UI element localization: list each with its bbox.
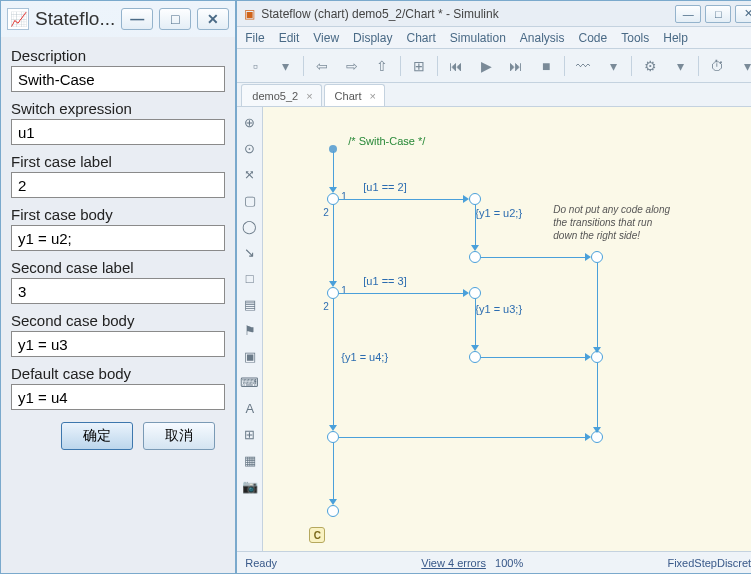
maximize-icon: □ bbox=[171, 11, 179, 27]
second-case-body-input[interactable] bbox=[11, 331, 225, 357]
simulink-window: ▣ Stateflow (chart) demo5_2/Chart * - Si… bbox=[236, 0, 751, 574]
junction-node[interactable] bbox=[469, 251, 481, 263]
field-label: Second case label bbox=[11, 259, 225, 276]
first-case-label-input[interactable] bbox=[11, 172, 225, 198]
library-icon[interactable]: ⊞ bbox=[407, 54, 431, 78]
palette-icon[interactable]: ▣ bbox=[241, 347, 259, 365]
transition-line bbox=[339, 437, 589, 438]
separator bbox=[437, 56, 438, 76]
transition-line bbox=[333, 299, 334, 429]
menu-code[interactable]: Code bbox=[579, 31, 608, 45]
dialog-buttons: 确定 取消 bbox=[11, 412, 225, 462]
minimize-icon: — bbox=[130, 11, 144, 27]
separator bbox=[631, 56, 632, 76]
status-ready: Ready bbox=[245, 557, 277, 569]
status-zoom: 100% bbox=[495, 557, 523, 569]
clock-icon[interactable]: ⏱ bbox=[705, 54, 729, 78]
palette-icon[interactable]: ▢ bbox=[241, 191, 259, 209]
step-back-icon[interactable]: ⏮ bbox=[444, 54, 468, 78]
palette-icon[interactable]: ⚑ bbox=[241, 321, 259, 339]
dialog-titlebar: 📈 Stateflo... — □ ✕ bbox=[1, 1, 235, 37]
dropdown-icon[interactable]: ▾ bbox=[668, 54, 692, 78]
priority-label: 1 bbox=[341, 285, 347, 296]
dialog-maximize-button[interactable]: □ bbox=[159, 8, 191, 30]
junction-node[interactable] bbox=[469, 287, 481, 299]
palette-icon[interactable]: ⤧ bbox=[241, 165, 259, 183]
dialog-close-button[interactable]: ✕ bbox=[197, 8, 229, 30]
guard-label: [u1 == 2] bbox=[363, 181, 406, 193]
window-maximize-button[interactable]: □ bbox=[705, 5, 731, 23]
new-icon[interactable]: ▫ bbox=[243, 54, 267, 78]
window-minimize-button[interactable]: — bbox=[675, 5, 701, 23]
palette-icon[interactable]: 📷 bbox=[241, 477, 259, 495]
dropdown-icon[interactable]: ▾ bbox=[601, 54, 625, 78]
palette-icon[interactable]: ⌨ bbox=[241, 373, 259, 391]
back-icon[interactable]: ⇦ bbox=[310, 54, 334, 78]
field-label: Default case body bbox=[11, 365, 225, 382]
palette-icon[interactable]: ⊙ bbox=[241, 139, 259, 157]
c-badge[interactable]: C bbox=[309, 527, 325, 543]
window-close-button[interactable]: ✕ bbox=[735, 5, 751, 23]
tab-close-icon[interactable]: × bbox=[370, 90, 376, 102]
palette-icon[interactable]: ◯ bbox=[241, 217, 259, 235]
switch-expression-input[interactable] bbox=[11, 119, 225, 145]
field-label: Switch expression bbox=[11, 100, 225, 117]
default-case-body-input[interactable] bbox=[11, 384, 225, 410]
scope-icon[interactable]: 〰 bbox=[571, 54, 595, 78]
status-errors-link[interactable]: View 4 errors bbox=[421, 557, 486, 569]
forward-icon[interactable]: ⇨ bbox=[340, 54, 364, 78]
transition-line bbox=[597, 363, 598, 431]
tab-demo5-2[interactable]: demo5_2× bbox=[241, 84, 321, 106]
menu-display[interactable]: Display bbox=[353, 31, 392, 45]
menu-file[interactable]: File bbox=[245, 31, 264, 45]
menu-view[interactable]: View bbox=[313, 31, 339, 45]
menu-help[interactable]: Help bbox=[663, 31, 688, 45]
junction-node[interactable] bbox=[469, 351, 481, 363]
palette-icon[interactable]: ⊞ bbox=[241, 425, 259, 443]
dialog-minimize-button[interactable]: — bbox=[121, 8, 153, 30]
menu-simulation[interactable]: Simulation bbox=[450, 31, 506, 45]
transition-line bbox=[481, 357, 589, 358]
dialog-title: Stateflo... bbox=[35, 8, 115, 30]
dropdown-icon[interactable]: ▾ bbox=[735, 54, 751, 78]
up-icon[interactable]: ⇧ bbox=[370, 54, 394, 78]
play-icon[interactable]: ▶ bbox=[474, 54, 498, 78]
junction-node[interactable] bbox=[327, 505, 339, 517]
field-label: First case label bbox=[11, 153, 225, 170]
junction-node[interactable] bbox=[591, 251, 603, 263]
chart-canvas[interactable]: /* Swith-Case */ 1 2 [u1 == 2] {y1 = u2;… bbox=[263, 107, 751, 551]
junction-node[interactable] bbox=[327, 193, 339, 205]
palette-icon[interactable]: ⊕ bbox=[241, 113, 259, 131]
menu-chart[interactable]: Chart bbox=[406, 31, 435, 45]
menu-analysis[interactable]: Analysis bbox=[520, 31, 565, 45]
stop-icon[interactable]: ■ bbox=[534, 54, 558, 78]
dropdown-icon[interactable]: ▾ bbox=[273, 54, 297, 78]
step-forward-icon[interactable]: ⏭ bbox=[504, 54, 528, 78]
junction-node[interactable] bbox=[327, 287, 339, 299]
ok-button[interactable]: 确定 bbox=[61, 422, 133, 450]
transition-line bbox=[481, 257, 589, 258]
second-case-label-input[interactable] bbox=[11, 278, 225, 304]
cancel-button[interactable]: 取消 bbox=[143, 422, 215, 450]
palette-icon[interactable]: ↘ bbox=[241, 243, 259, 261]
palette-icon[interactable]: A bbox=[241, 399, 259, 417]
first-case-body-input[interactable] bbox=[11, 225, 225, 251]
toolbar: ▫ ▾ ⇦ ⇨ ⇧ ⊞ ⏮ ▶ ⏭ ■ 〰 ▾ ⚙ ▾ ⏱ ▾ bbox=[237, 49, 751, 83]
gear-icon[interactable]: ⚙ bbox=[638, 54, 662, 78]
menu-tools[interactable]: Tools bbox=[621, 31, 649, 45]
palette-icon[interactable]: ▦ bbox=[241, 451, 259, 469]
simulink-icon: 📈 bbox=[7, 8, 29, 30]
priority-label: 2 bbox=[323, 207, 329, 218]
action-label: {y1 = u2;} bbox=[475, 207, 522, 219]
palette: ⊕ ⊙ ⤧ ▢ ◯ ↘ □ ▤ ⚑ ▣ ⌨ A ⊞ ▦ 📷 bbox=[237, 107, 263, 551]
palette-icon[interactable]: ▤ bbox=[241, 295, 259, 313]
menu-edit[interactable]: Edit bbox=[279, 31, 300, 45]
palette-icon[interactable]: □ bbox=[241, 269, 259, 287]
junction-node[interactable] bbox=[469, 193, 481, 205]
description-input[interactable] bbox=[11, 66, 225, 92]
tab-chart[interactable]: Chart× bbox=[324, 84, 385, 106]
tab-close-icon[interactable]: × bbox=[306, 90, 312, 102]
junction-node[interactable] bbox=[327, 431, 339, 443]
field-label: Second case body bbox=[11, 312, 225, 329]
action-label: {y1 = u3;} bbox=[475, 303, 522, 315]
